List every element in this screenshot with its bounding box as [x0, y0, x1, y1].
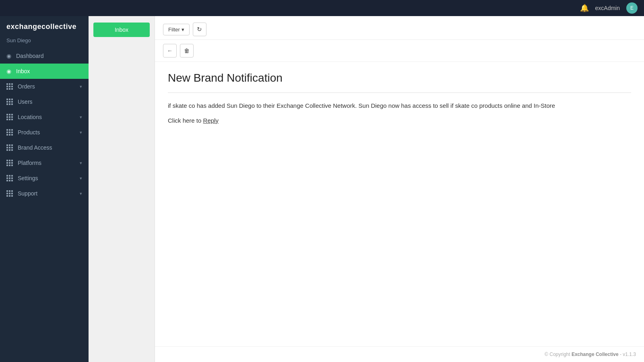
topbar-username: excAdmin — [595, 5, 620, 11]
messages-panel: Inbox — [89, 16, 155, 362]
users-icon — [6, 99, 13, 105]
logo-light: collective — [41, 23, 76, 31]
content-toolbar: Filter ▾ ↻ — [155, 16, 644, 40]
sidebar-item-brand-access[interactable]: Brand Access — [0, 140, 89, 155]
support-chevron-icon: ▾ — [80, 191, 82, 196]
dashboard-icon: ◉ — [6, 53, 11, 59]
app-logo: exchangecollective — [0, 16, 89, 36]
layout: exchangecollective Sun Diego ◉ Dashboard… — [0, 0, 644, 362]
orders-icon — [6, 83, 13, 90]
filter-button[interactable]: Filter ▾ — [163, 24, 190, 35]
brand-access-icon — [6, 144, 13, 151]
inbox-icon: ◉ — [6, 68, 11, 74]
sidebar-label-users: Users — [18, 99, 33, 105]
sidebar-label-orders: Orders — [18, 83, 35, 90]
footer-version: - v1.1.3 — [619, 352, 636, 357]
sidebar-label-dashboard: Dashboard — [16, 53, 44, 59]
message-divider — [168, 93, 631, 93]
content-panel: Filter ▾ ↻ ← 🗑 New Brand Notification — [155, 16, 644, 362]
sidebar-label-platforms: Platforms — [18, 160, 41, 166]
filter-label: Filter — [168, 27, 180, 33]
sidebar: exchangecollective Sun Diego ◉ Dashboard… — [0, 16, 89, 362]
reply-link[interactable]: Reply — [203, 117, 219, 124]
orders-chevron-icon: ▾ — [80, 84, 82, 89]
settings-chevron-icon: ▾ — [80, 176, 82, 181]
footer-brand: Exchange Collective — [572, 352, 619, 357]
sidebar-item-products[interactable]: Products ▾ — [0, 125, 89, 140]
refresh-icon: ↻ — [197, 26, 202, 33]
logo-bold: exchange — [6, 23, 41, 31]
refresh-button[interactable]: ↻ — [193, 23, 206, 36]
notification-bell-icon[interactable]: 🔔 — [580, 4, 589, 12]
sidebar-location: Sun Diego — [0, 36, 89, 48]
content-footer: © Copyright Exchange Collective - v1.1.3 — [155, 346, 644, 362]
delete-button[interactable]: 🗑 — [180, 44, 194, 58]
main-area: Inbox Filter ▾ ↻ ← 🗑 — [89, 16, 644, 362]
sidebar-item-inbox[interactable]: ◉ Inbox — [0, 64, 89, 79]
products-icon — [6, 129, 13, 136]
platforms-chevron-icon: ▾ — [80, 160, 82, 166]
content-actions: ← 🗑 — [155, 40, 644, 62]
sidebar-item-locations[interactable]: Locations ▾ — [0, 109, 89, 125]
user-avatar[interactable]: E — [626, 2, 638, 14]
reply-prefix: Click here to — [168, 117, 203, 124]
platforms-icon — [6, 160, 13, 166]
locations-icon — [6, 114, 13, 120]
sidebar-label-products: Products — [18, 129, 40, 136]
message-reply-text: Click here to Reply — [168, 117, 631, 124]
message-body: if skate co has added Sun Diego to their… — [168, 101, 631, 111]
message-content: New Brand Notification if skate co has a… — [155, 62, 644, 346]
sidebar-label-brand-access: Brand Access — [18, 144, 52, 151]
sidebar-label-locations: Locations — [18, 114, 42, 120]
settings-icon — [6, 175, 13, 181]
sidebar-label-inbox: Inbox — [16, 68, 30, 74]
sidebar-item-users[interactable]: Users — [0, 94, 89, 109]
filter-chevron-icon: ▾ — [182, 27, 184, 33]
sidebar-item-dashboard[interactable]: ◉ Dashboard — [0, 48, 89, 64]
back-button[interactable]: ← — [163, 44, 177, 58]
message-title: New Brand Notification — [168, 72, 631, 84]
products-chevron-icon: ▾ — [80, 130, 82, 135]
sidebar-item-support[interactable]: Support ▾ — [0, 186, 89, 201]
topbar: 🔔 excAdmin E — [0, 0, 644, 16]
sidebar-label-settings: Settings — [18, 175, 38, 181]
sidebar-label-support: Support — [18, 190, 37, 197]
back-arrow-icon: ← — [167, 47, 173, 54]
trash-icon: 🗑 — [184, 47, 190, 54]
support-icon — [6, 190, 13, 197]
sidebar-item-platforms[interactable]: Platforms ▾ — [0, 155, 89, 171]
sidebar-item-settings[interactable]: Settings ▾ — [0, 171, 89, 186]
footer-copyright: © Copyright — [545, 352, 572, 357]
inbox-button[interactable]: Inbox — [93, 23, 150, 37]
sidebar-item-orders[interactable]: Orders ▾ — [0, 79, 89, 94]
locations-chevron-icon: ▾ — [80, 115, 82, 120]
